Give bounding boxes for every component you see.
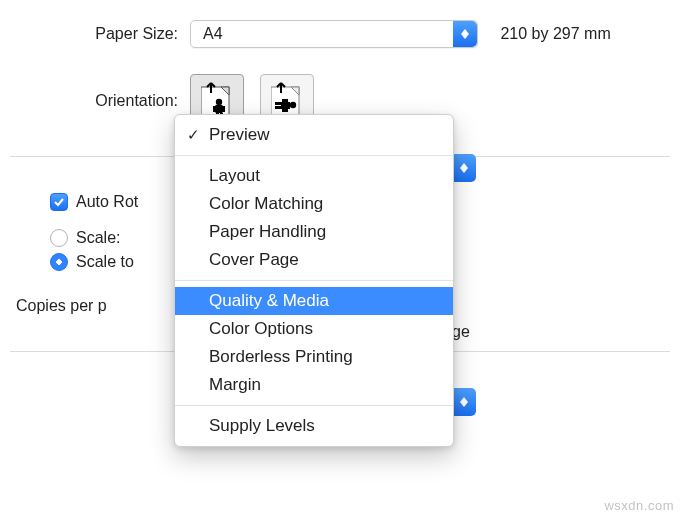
print-options-menu: Preview Layout Color Matching Paper Hand…	[174, 114, 454, 447]
menu-item-supply-levels[interactable]: Supply Levels	[175, 412, 453, 440]
menu-item-cover-page[interactable]: Cover Page	[175, 246, 453, 274]
paper-size-dimensions: 210 by 297 mm	[500, 25, 610, 42]
auto-rotate-label: Auto Rot	[76, 193, 138, 211]
svg-rect-3	[213, 106, 216, 112]
preview-select-stepper[interactable]	[452, 154, 476, 182]
scale-to-label: Scale to	[76, 253, 134, 271]
scale-to-radio[interactable]	[50, 253, 68, 271]
menu-separator	[175, 155, 453, 156]
svg-rect-10	[282, 99, 288, 102]
menu-separator	[175, 405, 453, 406]
svg-rect-9	[281, 102, 290, 109]
paper-size-stepper[interactable]	[453, 21, 477, 47]
paper-size-value: A4	[203, 25, 223, 43]
scale-to-label-tail: ge	[452, 323, 470, 341]
svg-rect-12	[275, 102, 281, 105]
menu-item-color-options[interactable]: Color Options	[175, 315, 453, 343]
svg-point-1	[216, 99, 222, 105]
svg-rect-13	[275, 106, 281, 109]
menu-item-borderless[interactable]: Borderless Printing	[175, 343, 453, 371]
svg-rect-11	[282, 109, 288, 112]
paper-size-select[interactable]: A4	[190, 20, 478, 48]
menu-item-margin[interactable]: Margin	[175, 371, 453, 399]
scale-radio[interactable]	[50, 229, 68, 247]
check-icon	[53, 196, 65, 208]
orientation-label: Orientation:	[0, 92, 190, 110]
copies-select-stepper[interactable]	[452, 388, 476, 416]
svg-point-8	[290, 102, 296, 108]
menu-item-quality-media[interactable]: Quality & Media	[175, 287, 453, 315]
paper-size-label: Paper Size:	[0, 25, 190, 43]
scale-label: Scale:	[76, 229, 120, 247]
paper-size-row: Paper Size: A4 210 by 297 mm	[0, 14, 680, 54]
svg-rect-4	[222, 106, 225, 112]
menu-item-paper-handling[interactable]: Paper Handling	[175, 218, 453, 246]
watermark: wsxdn.com	[604, 498, 674, 513]
menu-item-preview[interactable]: Preview	[175, 121, 453, 149]
auto-rotate-checkbox[interactable]	[50, 193, 68, 211]
svg-rect-2	[216, 105, 223, 113]
menu-item-color-matching[interactable]: Color Matching	[175, 190, 453, 218]
menu-separator	[175, 280, 453, 281]
menu-item-layout[interactable]: Layout	[175, 162, 453, 190]
copies-label: Copies per p	[16, 297, 107, 314]
